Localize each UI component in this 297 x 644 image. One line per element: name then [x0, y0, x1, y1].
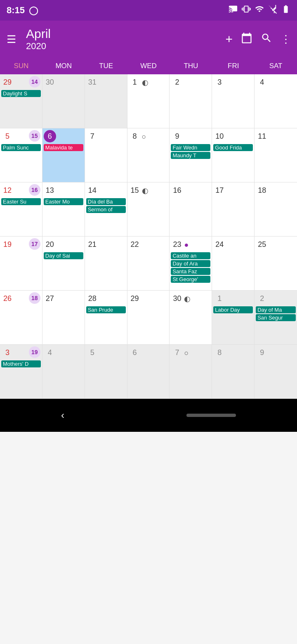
- day-apr7[interactable]: 7: [85, 128, 127, 182]
- date-may5: 5: [86, 346, 99, 359]
- date-apr5: 5: [1, 130, 14, 142]
- add-button[interactable]: +: [225, 32, 233, 46]
- calendar-title: April 2020: [26, 27, 219, 52]
- status-time: 8:15: [7, 5, 25, 16]
- today-button[interactable]: [241, 32, 252, 47]
- day-may5[interactable]: 5: [85, 345, 127, 398]
- event-dia-del-ba[interactable]: Día del Ba: [86, 198, 126, 205]
- day-apr12[interactable]: 16 12 Easter Su: [0, 182, 42, 236]
- date-apr6: 6: [44, 130, 56, 142]
- date-mar30: 30: [44, 76, 56, 88]
- date-apr10: 10: [213, 130, 226, 142]
- day-apr21[interactable]: 21: [85, 237, 127, 290]
- header-thu: THU: [170, 60, 212, 72]
- day-apr24[interactable]: 24: [212, 237, 255, 290]
- week-row-4: 17 19 20 Day of Sai 21 22 23 ● Castile a…: [0, 237, 297, 291]
- day-apr11[interactable]: 11: [255, 128, 297, 182]
- day-apr15[interactable]: 15 ◐: [127, 182, 170, 236]
- event-day-of-ma[interactable]: Day of Ma: [256, 306, 296, 313]
- event-malavida[interactable]: Malavida te: [44, 144, 83, 151]
- more-button[interactable]: ⋮: [280, 33, 290, 46]
- day-apr9[interactable]: 9 Fair Wedn Maundy T: [170, 128, 212, 182]
- day-may2[interactable]: 2 Day of Ma San Segur: [255, 291, 297, 344]
- event-easter-mon[interactable]: Easter Mo: [44, 198, 83, 205]
- event-daylight[interactable]: Daylight S: [1, 90, 41, 97]
- day-mar30[interactable]: 30: [42, 74, 85, 128]
- date-apr17: 17: [213, 184, 226, 197]
- event-san-segur[interactable]: San Segur: [256, 314, 296, 321]
- day-may3[interactable]: 19 3 Mothers' D: [0, 345, 42, 398]
- day-apr10[interactable]: 10 Good Frida: [212, 128, 255, 182]
- date-may8: 8: [213, 346, 226, 359]
- day-apr28[interactable]: 28 San Prude: [85, 291, 127, 344]
- cast-icon: [229, 5, 238, 16]
- day-may9[interactable]: 9: [255, 345, 297, 398]
- day-may8[interactable]: 8: [212, 345, 255, 398]
- day-apr22[interactable]: 22: [127, 237, 170, 290]
- week-row-2: 15 5 Palm Sunc 6 Malavida te 7 8 ○ 9 Fai…: [0, 128, 297, 182]
- event-santa-faz[interactable]: Santa Faz: [171, 268, 210, 275]
- day-apr20[interactable]: 20 Day of Sai: [42, 237, 85, 290]
- event-sermon-of[interactable]: Sermon of: [86, 206, 126, 213]
- date-apr9: 9: [171, 130, 183, 142]
- date-apr16: 16: [171, 184, 183, 197]
- event-easter-sun[interactable]: Easter Su: [1, 198, 41, 205]
- event-st-george[interactable]: St George': [171, 276, 210, 283]
- event-day-of-ara[interactable]: Day of Ara: [171, 260, 210, 267]
- day-apr16[interactable]: 16: [170, 182, 212, 236]
- event-labor-day[interactable]: Labor Day: [213, 306, 253, 313]
- event-maundy[interactable]: Maundy T: [171, 152, 210, 159]
- day-mar29[interactable]: 14 29 Daylight S: [0, 74, 42, 128]
- day-apr3[interactable]: 3: [212, 74, 255, 128]
- date-apr1: 1: [129, 76, 141, 88]
- date-apr21: 21: [86, 238, 99, 251]
- day-apr23[interactable]: 23 ● Castile an Day of Ara Santa Faz St …: [170, 237, 212, 290]
- date-apr30: 30: [171, 292, 183, 305]
- day-may6[interactable]: 6: [127, 345, 170, 398]
- menu-button[interactable]: ☰: [7, 33, 16, 46]
- back-button[interactable]: ‹: [61, 410, 64, 421]
- day-apr8[interactable]: 8 ○: [127, 128, 170, 182]
- day-apr13[interactable]: 13 Easter Mo: [42, 182, 85, 236]
- event-fair-wedn[interactable]: Fair Wedn: [171, 144, 210, 151]
- day-apr19[interactable]: 17 19: [0, 237, 42, 290]
- vibrate-icon: [242, 5, 251, 16]
- date-may7: 7: [171, 346, 183, 359]
- date-apr13: 13: [44, 184, 56, 197]
- day-may4[interactable]: 4: [42, 345, 85, 398]
- day-apr5[interactable]: 15 5 Palm Sunc: [0, 128, 42, 182]
- day-may1[interactable]: 1 Labor Day: [212, 291, 255, 344]
- event-san-prude[interactable]: San Prude: [86, 306, 126, 313]
- day-may7[interactable]: 7 ○: [170, 345, 212, 398]
- day-apr27[interactable]: 27: [42, 291, 85, 344]
- day-apr29[interactable]: 29: [127, 291, 170, 344]
- day-apr2[interactable]: 2: [170, 74, 212, 128]
- day-apr18[interactable]: 18: [255, 182, 297, 236]
- home-indicator[interactable]: [186, 414, 236, 417]
- day-apr17[interactable]: 17: [212, 182, 255, 236]
- year-label: 2020: [26, 41, 219, 52]
- date-apr29: 29: [129, 292, 141, 305]
- day-apr26[interactable]: 18 26: [0, 291, 42, 344]
- top-bar: ☰ April 2020 + ⋮: [0, 21, 297, 58]
- day-apr1[interactable]: 1 ◐: [127, 74, 170, 128]
- date-may4: 4: [44, 346, 56, 359]
- day-apr6[interactable]: 6 Malavida te: [42, 128, 85, 182]
- search-button[interactable]: [261, 32, 272, 47]
- day-apr4[interactable]: 4: [255, 74, 297, 128]
- event-castile-an[interactable]: Castile an: [171, 252, 210, 259]
- day-mar31[interactable]: 31: [85, 74, 127, 128]
- day-apr14[interactable]: 14 Día del Ba Sermon of: [85, 182, 127, 236]
- week-row-6: 19 3 Mothers' D 4 5 6 7 ○ 8 9: [0, 345, 297, 399]
- event-day-of-sai[interactable]: Day of Sai: [44, 252, 83, 259]
- date-apr15: 15: [129, 184, 141, 197]
- date-apr28: 28: [86, 292, 99, 305]
- header-sat: SAT: [255, 60, 297, 72]
- date-may9: 9: [256, 346, 268, 359]
- day-apr25[interactable]: 25: [255, 237, 297, 290]
- day-apr30[interactable]: 30 ◐: [170, 291, 212, 344]
- event-mothers-day[interactable]: Mothers' D: [1, 360, 41, 367]
- event-palm-sunday[interactable]: Palm Sunc: [1, 144, 41, 151]
- date-may3: 3: [1, 346, 14, 359]
- event-good-friday[interactable]: Good Frida: [213, 144, 253, 151]
